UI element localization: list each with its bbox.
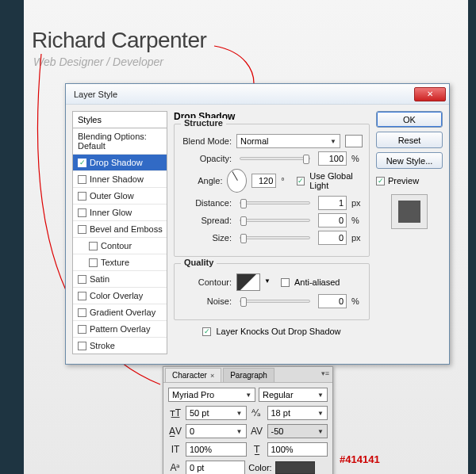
size-slider[interactable] [240, 236, 310, 239]
anti-aliased-label: Anti-aliased [294, 277, 340, 287]
style-label: Outer Glow [90, 191, 134, 201]
new-style-button[interactable]: New Style... [376, 152, 443, 169]
styles-header[interactable]: Styles [72, 111, 167, 128]
style-checkbox[interactable] [78, 159, 86, 167]
angle-dial[interactable] [227, 169, 247, 193]
styles-item[interactable]: Gradient Overlay [73, 304, 167, 321]
opacity-label: Opacity: [181, 154, 232, 163]
kerning-icon: A̲V [168, 426, 182, 437]
quality-title: Quality [181, 258, 217, 267]
style-checkbox[interactable] [78, 208, 86, 217]
style-label: Pattern Overlay [90, 324, 150, 334]
size-input[interactable]: 0 [318, 231, 347, 245]
noise-input[interactable]: 0 [318, 294, 347, 308]
style-checkbox[interactable] [89, 258, 98, 267]
styles-item[interactable]: Texture [73, 254, 167, 271]
angle-input[interactable]: 120 [251, 174, 276, 188]
distance-input[interactable]: 1 [318, 196, 347, 210]
ok-button[interactable]: OK [376, 111, 443, 128]
font-family-dropdown[interactable]: Myriad Pro▼ [168, 388, 255, 402]
blend-mode-label: Blend Mode: [181, 136, 232, 146]
style-checkbox[interactable] [78, 275, 86, 284]
preview-checkbox[interactable] [376, 177, 385, 185]
style-checkbox[interactable] [78, 342, 86, 350]
style-checkbox[interactable] [78, 225, 86, 234]
close-icon[interactable]: × [210, 372, 214, 380]
close-button[interactable]: ✕ [414, 87, 446, 101]
tab-paragraph[interactable]: Paragraph [223, 368, 274, 382]
style-label: Stroke [90, 341, 115, 350]
styles-item[interactable]: Contour [73, 238, 167, 254]
distance-slider[interactable] [240, 201, 310, 205]
style-checkbox[interactable] [78, 192, 86, 201]
styles-item[interactable]: Drop Shadow [73, 155, 167, 171]
caret-down-icon: ▼ [236, 410, 243, 417]
shadow-color-swatch[interactable] [345, 135, 363, 147]
preview-swatch [391, 194, 428, 229]
style-label: Bevel and Emboss [90, 224, 163, 234]
font-size-input[interactable]: 50 pt▼ [186, 406, 247, 420]
style-label: Inner Shadow [90, 174, 144, 184]
baseline-icon: Aᵃ [168, 462, 182, 473]
character-panel: Character× Paragraph ▾≡ Myriad Pro▼ Regu… [163, 366, 333, 474]
font-weight-dropdown[interactable]: Regular▼ [259, 388, 328, 402]
style-label: Blending Options: Default [78, 132, 163, 151]
opacity-slider[interactable] [240, 157, 310, 160]
styles-item[interactable]: Satin [73, 271, 167, 288]
styles-item[interactable]: Inner Shadow [73, 171, 167, 188]
tracking-input[interactable]: -50▼ [267, 424, 328, 438]
angle-label: Angle: [181, 176, 222, 185]
caret-down-icon: ▼ [317, 392, 324, 399]
close-icon: ✕ [427, 90, 433, 98]
style-checkbox[interactable] [78, 308, 86, 317]
anti-aliased-checkbox[interactable] [281, 278, 290, 287]
global-light-label: Use Global Light [309, 171, 363, 190]
font-size-icon: т͟T [168, 407, 182, 419]
caret-down-icon: ▼ [245, 392, 251, 399]
caret-down-icon: ▼ [317, 410, 324, 417]
style-checkbox[interactable] [78, 325, 86, 334]
styles-item[interactable]: Outer Glow [73, 188, 167, 205]
style-checkbox[interactable] [78, 175, 86, 184]
knockout-label: Layer Knocks Out Drop Shadow [216, 327, 340, 336]
opacity-input[interactable]: 100 [318, 151, 347, 166]
contour-picker[interactable]: ▼ [236, 273, 260, 291]
tab-character[interactable]: Character× [165, 368, 221, 382]
styles-list: Blending Options: DefaultDrop ShadowInne… [72, 128, 167, 354]
noise-slider[interactable] [240, 300, 310, 303]
tracking-icon: AV [250, 426, 264, 437]
hscale-icon: T̲ [250, 444, 264, 455]
styles-item[interactable]: Bevel and Emboss [73, 221, 167, 238]
caret-down-icon: ▼ [236, 428, 243, 435]
spread-input[interactable]: 0 [318, 213, 347, 227]
styles-item[interactable]: Pattern Overlay [73, 321, 167, 338]
distance-label: Distance: [181, 198, 232, 208]
dialog-titlebar[interactable]: Layer Style ✕ [66, 84, 449, 105]
styles-item[interactable]: Color Overlay [73, 288, 167, 304]
text-color-swatch[interactable] [275, 461, 315, 474]
leading-input[interactable]: 18 pt▼ [267, 406, 328, 420]
style-label: Gradient Overlay [90, 308, 155, 317]
styles-item[interactable]: Inner Glow [73, 205, 167, 221]
spread-slider[interactable] [240, 219, 310, 222]
hscale-input[interactable]: 100% [267, 442, 328, 457]
style-label: Contour [101, 241, 132, 250]
blend-mode-dropdown[interactable]: Normal ▼ [236, 134, 340, 148]
style-checkbox[interactable] [78, 292, 86, 300]
styles-item[interactable]: Stroke [73, 338, 167, 354]
vscale-input[interactable]: 100% [186, 442, 247, 457]
global-light-checkbox[interactable] [297, 177, 305, 185]
contour-label: Contour: [181, 277, 232, 287]
styles-item[interactable]: Blending Options: Default [73, 128, 167, 155]
spread-label: Spread: [181, 216, 232, 225]
caret-down-icon: ▼ [330, 138, 336, 145]
style-label: Color Overlay [90, 291, 143, 300]
baseline-input[interactable]: 0 pt [186, 461, 245, 474]
color-hex-annotation: #414141 [340, 453, 380, 465]
style-label: Drop Shadow [90, 158, 143, 167]
panel-menu[interactable]: ▾≡ [321, 369, 329, 377]
style-checkbox[interactable] [89, 242, 98, 250]
reset-button[interactable]: Reset [376, 132, 443, 148]
knockout-checkbox[interactable] [202, 327, 211, 336]
kerning-input[interactable]: 0▼ [186, 424, 247, 438]
